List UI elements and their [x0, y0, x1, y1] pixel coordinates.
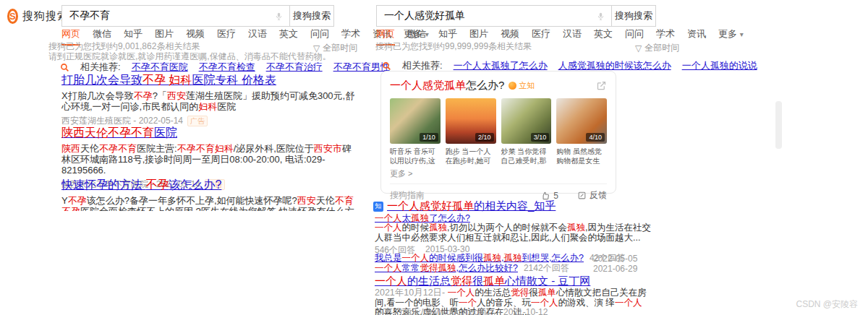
related-label: 相关推荐: — [80, 61, 121, 74]
zhihu-icon: 知 — [373, 202, 383, 212]
result-stats: 搜狗已为您找到约99,999,999条相关结果 — [375, 40, 532, 53]
thumbnail-running[interactable]: 2/10 — [446, 98, 496, 144]
magnifier-icon — [60, 63, 69, 72]
external-link-icon[interactable] — [596, 80, 607, 91]
related-link[interactable]: 不孕不育检查 — [199, 61, 255, 74]
search-result-title-row: 一个人的生活总觉得很孤单心情散文 - 豆丁网 — [375, 275, 590, 288]
thumb-caption: 跑步 当一个人在跑步时,她可以忘... — [446, 147, 496, 166]
result-snippet: Y不孕该怎么办?备孕一年多怀不上孕,如何能快速怀孕呢?西安天伦不育不孕医院全面检… — [61, 195, 357, 211]
result-snippet: 一个人的时候孤独,切勿以为两个人的时候就不会孤独,因为生活在社交人群当中必然要求… — [375, 223, 651, 243]
thumbnail-listen-music[interactable]: 1/10 — [390, 98, 441, 144]
zhihu-question-row: 一个人常常觉得孤独,怎么办比较好? 2142个回答 2021-06-29 — [375, 262, 678, 275]
lizhi-badge: 立知 — [509, 80, 535, 91]
search-input[interactable] — [68, 9, 274, 22]
tab-news[interactable]: 资讯 — [687, 27, 706, 46]
result-snippet: 陕西天伦不孕不育医院主营:不孕不育妇科/泌尿外科,医院位于西安市碑林区环城南路1… — [61, 143, 357, 176]
search-box: 搜狗搜索 — [61, 5, 334, 27]
filter-icon: ▽ — [313, 43, 320, 53]
thumb-counter: 2/10 — [475, 133, 494, 142]
search-button[interactable]: 搜狗搜索 — [289, 5, 334, 27]
result-title-link[interactable]: 打胎几次会导致不孕 妇科医院专科 价格表 — [61, 73, 276, 87]
thumbnail-shopping[interactable]: 4/10 — [556, 98, 607, 144]
chevron-down-icon: ▾ — [740, 30, 744, 38]
sogou-logo[interactable]: S 搜狗搜索 — [7, 9, 61, 24]
thumb-caption: 购物 虽然感觉购物都是女生的权利... — [556, 147, 607, 166]
search-input-wrap — [376, 5, 611, 27]
flame-icon — [509, 82, 516, 90]
question-link[interactable]: 一个人常常觉得孤独,怎么办比较好? — [375, 262, 518, 275]
thumb-counter: 1/10 — [420, 133, 438, 142]
tab-english[interactable]: 英文 — [279, 27, 298, 46]
search-result: 打胎几次会导致不孕 妇科医院专科 价格表 X打胎几次会导致不孕?「西安莲湖生殖医… — [61, 73, 357, 127]
result-title-link[interactable]: 快速怀孕的方法 不孕该怎么办? — [61, 178, 221, 192]
search-result: 快速怀孕的方法 不孕该怎么办? Y不孕该怎么办?备孕一年多怀不上孕,如何能快速怀… — [61, 178, 357, 211]
sogou-logo-icon: S — [7, 9, 18, 24]
time-filter[interactable]: ▽全部时间 — [313, 42, 357, 54]
feedback-icon — [577, 191, 587, 200]
mic-icon[interactable] — [274, 11, 284, 22]
result-snippet: X打胎几次会导致不孕?「西安莲湖生殖医院」援助预约可减免300元,舒心环境,一对… — [61, 90, 357, 112]
search-input[interactable] — [383, 9, 596, 22]
thumb-caption: 炒菜 当你觉得自己难受时,那就对... — [501, 147, 552, 166]
left-search-page: S 搜狗搜索 搜狗搜索 网页 微信 知乎 图片 视频 医疗 汉语 英文 问问 学… — [7, 0, 369, 315]
related-link[interactable]: 不孕不育治疗 — [266, 61, 323, 74]
zhihu-result-title-row: 知 一个人感觉好孤单的相关内容_知乎 — [373, 199, 556, 213]
right-header: 搜狗搜索 — [376, 5, 656, 27]
search-input-wrap — [61, 5, 289, 27]
scrollbar-thumb[interactable] — [775, 101, 782, 149]
tab-medical[interactable]: 医疗 — [217, 27, 236, 46]
thumbnail-cooking[interactable]: 3/10 — [501, 98, 552, 144]
result-title-link[interactable]: 一个人的生活总觉得很孤单心情散文 - 豆丁网 — [375, 275, 590, 287]
result-source: 豆丁 - https://www.docin.com/... - 2021-10… — [375, 306, 548, 315]
thumb-counter: 3/10 — [531, 133, 550, 142]
related-link[interactable]: 不孕不育医院 — [132, 61, 188, 74]
card-captions: 听音乐 音乐可以用以疗伤,这是大... 跑步 当一个人在跑步时,她可以忘... … — [390, 147, 607, 166]
more-link[interactable]: 更多 > — [390, 168, 607, 179]
tab-chinese[interactable]: 汉语 — [563, 27, 582, 46]
search-button[interactable]: 搜狗搜索 — [611, 5, 656, 27]
search-box: 搜狗搜索 — [376, 5, 656, 27]
left-header: S 搜狗搜索 搜狗搜索 — [7, 5, 334, 27]
watermark: CSDN @安陵容 — [796, 298, 858, 311]
answer-date: 2021-06-29 — [593, 264, 637, 274]
time-filter[interactable]: ▽全部时间 — [635, 42, 679, 54]
result-title-link[interactable]: 一个人感觉好孤单的相关内容_知乎 — [387, 199, 556, 213]
result-title-link[interactable]: 陕西天伦不孕不育医院 — [61, 126, 177, 140]
related-link[interactable]: 一个人孤独的说说 — [682, 59, 757, 72]
card-title[interactable]: 一个人感觉孤单怎么办? — [390, 79, 504, 92]
right-search-page: 搜狗搜索 网页 微信 知乎 图片 视频 医疗 汉语 英文 问问 学术 资讯 更多… — [373, 0, 696, 315]
lizhi-answer-card: 一个人感觉孤单怎么办? 立知 1/10 2/10 3/10 4/10 听音乐 音… — [380, 71, 616, 194]
thumb-counter: 4/10 — [586, 133, 605, 142]
tab-more[interactable]: 更多 ▾ — [718, 27, 744, 46]
card-thumbnails: 1/10 2/10 3/10 4/10 — [390, 98, 607, 144]
filter-icon: ▽ — [635, 43, 642, 53]
tab-medical[interactable]: 医疗 — [532, 27, 550, 46]
tab-chinese[interactable]: 汉语 — [248, 27, 267, 46]
thumb-caption: 听音乐 音乐可以用以疗伤,这是大... — [390, 147, 441, 166]
tab-english[interactable]: 英文 — [594, 27, 613, 46]
answer-count: 2142个回答 — [524, 262, 569, 275]
mic-icon[interactable] — [596, 11, 605, 22]
magnifier-icon — [382, 61, 391, 71]
feedback-button[interactable]: 反馈 — [577, 189, 607, 202]
ad-badge: 广告 — [187, 116, 208, 126]
related-search-row: 相关推荐: 不孕不育医院 不孕不育检查 不孕不育治疗 不孕不育男性 — [60, 61, 390, 74]
